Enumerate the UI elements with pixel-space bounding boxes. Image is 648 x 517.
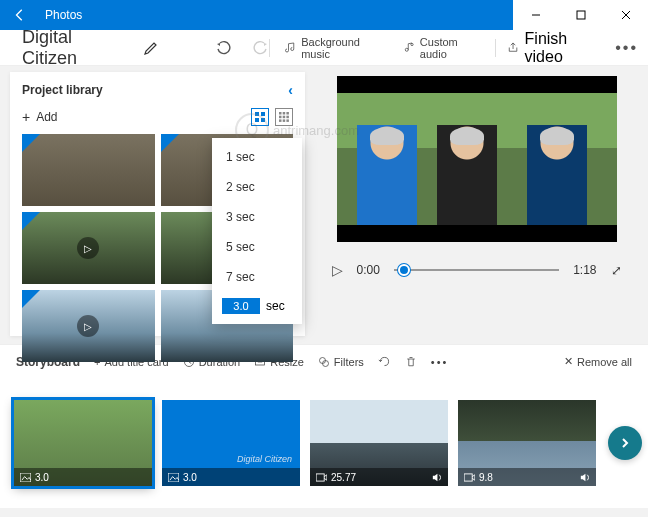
- svg-rect-9: [283, 112, 286, 115]
- custom-audio-label: Custom audio: [420, 36, 483, 60]
- svg-rect-12: [283, 116, 286, 119]
- delete-clip-button[interactable]: [405, 356, 417, 368]
- svg-rect-1: [577, 11, 585, 19]
- toolbar: Digital Citizen Background music Custom …: [0, 30, 648, 66]
- svg-rect-10: [286, 112, 289, 115]
- svg-rect-4: [255, 112, 259, 116]
- custom-audio-button[interactable]: Custom audio: [403, 36, 483, 60]
- app-title: Photos: [40, 8, 513, 22]
- background-music-button[interactable]: Background music: [284, 36, 385, 60]
- total-time: 1:18: [573, 263, 596, 277]
- duration-option[interactable]: 5 sec: [212, 232, 302, 262]
- more-button[interactable]: •••: [615, 39, 638, 57]
- maximize-button[interactable]: [558, 0, 603, 30]
- collapse-library-button[interactable]: ‹: [288, 82, 293, 98]
- audio-icon: [403, 41, 415, 54]
- rotate-icon: [378, 355, 391, 368]
- svg-rect-23: [316, 473, 324, 480]
- clip-duration: 3.0: [183, 472, 197, 483]
- title-card-caption: Digital Citizen: [237, 454, 292, 464]
- photo-icon: [168, 473, 179, 482]
- transport-controls: ▷ 0:00 1:18 ⤢: [332, 262, 622, 278]
- seek-slider[interactable]: [394, 269, 559, 271]
- svg-rect-24: [464, 473, 472, 480]
- clip-duration: 25.77: [331, 472, 356, 483]
- photo-icon: [20, 473, 31, 482]
- view-large-grid-button[interactable]: [251, 108, 269, 126]
- storyboard-strip: 3.0 Digital Citizen 3.0 25.77 9.8: [0, 378, 648, 508]
- scroll-next-button[interactable]: [608, 426, 642, 460]
- clip-duration: 9.8: [479, 472, 493, 483]
- back-button[interactable]: [0, 0, 40, 30]
- video-preview[interactable]: [337, 76, 617, 242]
- library-header: Project library: [22, 83, 103, 97]
- filters-icon: [318, 356, 330, 368]
- svg-point-3: [411, 43, 413, 45]
- fullscreen-button[interactable]: ⤢: [611, 263, 622, 278]
- bg-music-label: Background music: [301, 36, 385, 60]
- svg-rect-11: [279, 116, 282, 119]
- svg-rect-5: [261, 112, 265, 116]
- duration-option[interactable]: 1 sec: [212, 142, 302, 172]
- close-button[interactable]: [603, 0, 648, 30]
- more-storyboard-button[interactable]: •••: [431, 356, 449, 368]
- music-icon: [284, 41, 296, 54]
- custom-duration-unit: sec: [266, 299, 285, 313]
- filters-label: Filters: [334, 356, 364, 368]
- speaker-icon: [579, 472, 590, 483]
- play-icon: ▷: [77, 315, 99, 337]
- storyboard-clip[interactable]: 25.77: [310, 400, 448, 486]
- svg-rect-13: [286, 116, 289, 119]
- filters-button[interactable]: Filters: [318, 356, 364, 368]
- video-icon: [464, 473, 475, 482]
- remove-all-button[interactable]: ✕ Remove all: [564, 355, 632, 368]
- duration-option[interactable]: 7 sec: [212, 262, 302, 292]
- svg-rect-15: [283, 119, 286, 122]
- undo-button[interactable]: [215, 40, 231, 56]
- window-controls: [513, 0, 648, 30]
- library-thumb[interactable]: ▷: [22, 290, 155, 362]
- x-icon: ✕: [564, 355, 573, 368]
- svg-rect-14: [279, 119, 282, 122]
- svg-point-2: [405, 48, 408, 51]
- duration-dropdown: 1 sec 2 sec 3 sec 5 sec 7 sec sec: [212, 138, 302, 324]
- storyboard-clip[interactable]: 9.8: [458, 400, 596, 486]
- speaker-icon: [431, 472, 442, 483]
- export-icon: [507, 41, 519, 54]
- titlebar: Photos: [0, 0, 648, 30]
- finish-video-button[interactable]: Finish video: [507, 30, 604, 66]
- minimize-button[interactable]: [513, 0, 558, 30]
- library-thumb[interactable]: [22, 134, 155, 206]
- svg-rect-7: [261, 118, 265, 122]
- library-thumb[interactable]: ▷: [22, 212, 155, 284]
- svg-rect-6: [255, 118, 259, 122]
- current-time: 0:00: [357, 263, 380, 277]
- play-button[interactable]: ▷: [332, 262, 343, 278]
- svg-rect-8: [279, 112, 282, 115]
- project-title: Digital Citizen: [10, 27, 137, 69]
- custom-duration-input[interactable]: [222, 298, 260, 314]
- view-small-grid-button[interactable]: [275, 108, 293, 126]
- add-media-button[interactable]: + Add: [22, 109, 58, 125]
- add-label: Add: [36, 110, 57, 124]
- duration-option[interactable]: 3 sec: [212, 202, 302, 232]
- video-icon: [316, 473, 327, 482]
- clip-duration: 3.0: [35, 472, 49, 483]
- remove-all-label: Remove all: [577, 356, 632, 368]
- main-area: Project library ‹ + Add ▷ ▷: [0, 66, 648, 336]
- trash-icon: [405, 356, 417, 368]
- plus-icon: +: [22, 109, 30, 125]
- svg-rect-16: [286, 119, 289, 122]
- edit-title-button[interactable]: [143, 40, 159, 56]
- storyboard-clip[interactable]: 3.0: [14, 400, 152, 486]
- storyboard-clip[interactable]: Digital Citizen 3.0: [162, 400, 300, 486]
- play-icon: ▷: [77, 237, 99, 259]
- chevron-right-icon: [619, 437, 631, 449]
- preview-area: ▷ 0:00 1:18 ⤢: [305, 66, 648, 336]
- rotate-button[interactable]: [378, 355, 391, 368]
- finish-label: Finish video: [525, 30, 604, 66]
- duration-option[interactable]: 2 sec: [212, 172, 302, 202]
- redo-button[interactable]: [253, 40, 269, 56]
